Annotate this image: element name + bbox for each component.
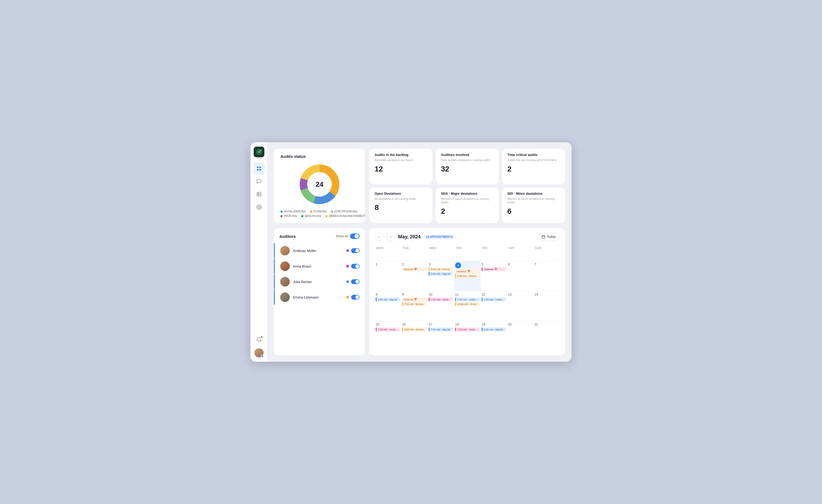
- cal-event-18-1[interactable]: 7:00 AM - Anna...: [455, 328, 479, 332]
- auditor-toggle-2[interactable]: [351, 279, 360, 284]
- legend-dot-abweichung: [325, 215, 328, 217]
- cal-event-8-1[interactable]: 7:00 AM - bbg bit: [376, 298, 400, 302]
- donut-chart: 24: [298, 163, 341, 206]
- stat-label-2: Time critical audits: [507, 153, 560, 157]
- cal-date-11: 11: [455, 293, 479, 297]
- stat-desc-0: All audits running un our board: [375, 158, 427, 162]
- cal-date-7: 7: [534, 263, 559, 266]
- stat-card-4: SDA - Major deviations Amount of mayor d…: [436, 187, 499, 223]
- auditor-item-3: Emma Lehmann: [274, 290, 365, 305]
- today-button[interactable]: Today: [537, 233, 560, 240]
- stat-card-5: SDI - Minor deviations Amount of minor d…: [502, 187, 565, 223]
- cal-date-17: 17: [429, 323, 453, 326]
- stat-label-5: SDI - Minor deviations: [507, 192, 560, 195]
- donut-legend: INITIALISIERUNG PLANUNG DURCHFÜHRUNG: [281, 210, 359, 217]
- cal-date-15: 15: [376, 323, 400, 326]
- cal-cell-w1-wed: 3 8:00 AM - Emma. 8:00 AM - bbg bit: [428, 261, 454, 291]
- cal-cell-w2-sat: 13: [507, 291, 533, 321]
- cal-event-2-1[interactable]: Absence 📅: [402, 267, 427, 271]
- cal-event-12-1[interactable]: 7:00 AM - Andre...: [482, 298, 506, 302]
- legend-dot-initialisierung: [281, 210, 283, 213]
- auditor-toggle-0[interactable]: [351, 248, 360, 253]
- cal-event-4-2[interactable]: 8:00 AM - Emma.: [455, 274, 479, 278]
- calendar-month-title: May, 2024: [398, 234, 421, 240]
- legend-prufung: PRÜFUNG: [281, 214, 297, 217]
- cal-header-sat: SAT: [507, 245, 533, 261]
- cal-cell-w1-fri: 5 Absence 📅: [481, 261, 507, 291]
- svg-point-11: [258, 206, 260, 208]
- cal-date-16: 16: [402, 323, 427, 326]
- cal-event-5-1[interactable]: Absence 📅: [482, 267, 506, 271]
- auditor-color-3: [346, 296, 349, 299]
- cal-header-thu: THU: [454, 245, 481, 261]
- bottom-row: Auditors Show all Andreas Müller: [274, 228, 565, 355]
- cal-header-tue: TUE: [401, 245, 428, 261]
- stat-value-4: 2: [441, 207, 493, 215]
- cal-event-4-1[interactable]: Absence 📅: [455, 270, 479, 274]
- audit-status-title: Audits status: [281, 154, 359, 159]
- legend-abweichung: ABWEICHUNG/NACHARBEIT: [325, 214, 365, 217]
- svg-point-2: [260, 149, 262, 151]
- cal-event-11-1[interactable]: 7:00 AM - Andre...: [455, 298, 479, 302]
- avatar-status-dot: [261, 355, 264, 357]
- sidebar-nav: [253, 163, 265, 332]
- cal-event-3-2[interactable]: 8:00 AM - bbg bit: [429, 272, 453, 276]
- calendar-header: ‹ › May, 2024 18 APPOINTMENTS Today: [375, 232, 560, 241]
- cal-cell-w1-sun: 7: [533, 261, 560, 291]
- cal-cell-w1-sat: 6: [507, 261, 533, 291]
- cal-event-3-1[interactable]: 8:00 AM - Emma.: [429, 267, 453, 271]
- sidebar-item-messages[interactable]: [253, 175, 265, 187]
- cal-date-12: 12: [482, 293, 506, 297]
- cal-event-19-1[interactable]: 9:00 AM - bbg bit: [482, 328, 506, 332]
- legend-row-2: PRÜFUNG ABSCHLUSS ABWEICHUNG/NACHARBEIT: [281, 214, 359, 217]
- cal-cell-w3-sun: 21: [533, 321, 560, 351]
- cal-event-10-1[interactable]: 7:00 AM - Anna...: [429, 298, 453, 302]
- cal-date-9: 9: [402, 293, 427, 297]
- cal-event-11-2[interactable]: 10:00 AM - Emm: [455, 302, 479, 306]
- cal-header-mon: MON: [375, 245, 401, 261]
- sidebar-item-dashboard[interactable]: [253, 163, 265, 174]
- sidebar: [251, 142, 268, 362]
- sidebar-item-table[interactable]: [253, 188, 265, 200]
- main-content: Audits status: [268, 142, 571, 362]
- cal-header-fri: FRI: [481, 245, 507, 261]
- auditor-toggle-3[interactable]: [351, 295, 360, 300]
- svg-rect-18: [542, 235, 545, 238]
- cal-event-17-1[interactable]: 7:00 AM - bbg bit: [429, 328, 453, 332]
- auditor-controls-1: [346, 264, 360, 269]
- calendar-grid: MON TUE WED THU FRI SAT SUN 1 2 Absence …: [375, 245, 560, 351]
- auditor-avatar-3: [280, 293, 290, 302]
- legend-initialisierung: INITIALISIERUNG: [281, 210, 306, 213]
- svg-rect-6: [259, 169, 261, 171]
- svg-point-1: [258, 151, 260, 153]
- sidebar-bottom: [254, 335, 264, 357]
- sidebar-item-settings[interactable]: [253, 201, 265, 213]
- auditor-toggle-1[interactable]: [351, 264, 360, 269]
- stat-value-1: 32: [441, 165, 493, 173]
- user-avatar[interactable]: [255, 348, 264, 357]
- show-all-toggle[interactable]: [350, 233, 360, 239]
- auditor-item-0: Andreas Müller: [274, 243, 365, 258]
- cal-event-16-1[interactable]: 8:00 AM - Emma...: [402, 328, 427, 332]
- stat-label-0: Audits in the backlog: [375, 153, 427, 157]
- cal-event-9-2[interactable]: 7:00 AM - Emma: [402, 302, 427, 306]
- calendar-next-button[interactable]: ›: [386, 232, 395, 241]
- cal-date-6: 6: [508, 263, 532, 266]
- auditor-name-2: Julia Becker: [293, 280, 343, 284]
- legend-dot-planung: [310, 210, 312, 213]
- auditor-color-2: [346, 281, 349, 283]
- cal-header-wed: WED: [428, 245, 454, 261]
- show-all-label: Show all: [336, 234, 348, 238]
- stat-card-3: Open Deviations All deviations in all ru…: [369, 187, 432, 223]
- cal-event-15-1[interactable]: 7:00 AM - Anna...: [376, 328, 400, 332]
- cal-event-9-1[interactable]: Absence 📅: [402, 298, 427, 302]
- legend-abschluss: ABSCHLUSS: [301, 214, 321, 217]
- avatar-img-3: [280, 293, 290, 302]
- cal-date-14: 14: [534, 293, 559, 297]
- calendar-prev-button[interactable]: ‹: [375, 232, 383, 241]
- legend-dot-prufung: [281, 215, 283, 217]
- auditor-item-1: Anna Braun: [274, 259, 365, 274]
- cal-cell-w2-tue: 9 Absence 📅 7:00 AM - Emma: [401, 291, 428, 321]
- stat-label-1: Auditors involved: [441, 153, 493, 157]
- notifications-button[interactable]: [254, 335, 264, 345]
